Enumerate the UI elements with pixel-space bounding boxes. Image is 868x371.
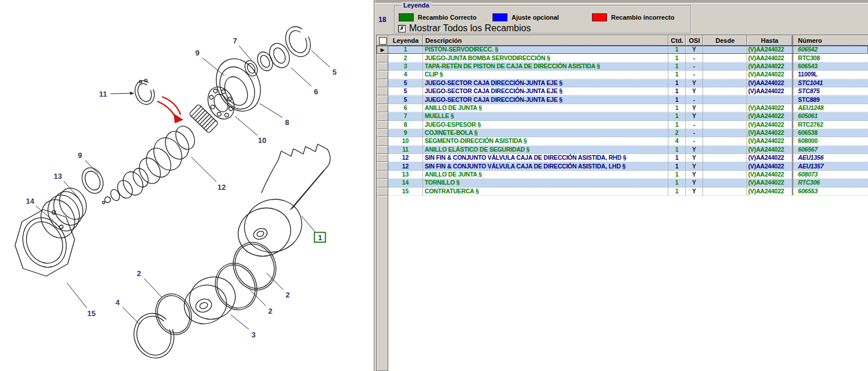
table-row[interactable]: 10SEGMENTO-DIRECCIÓN ASISTIDA §4-(V)AA24… xyxy=(377,137,868,145)
row-selector[interactable] xyxy=(377,188,388,196)
diagram-callout-9[interactable]: 9 xyxy=(78,152,82,159)
diagram-callout-7[interactable]: 7 xyxy=(233,37,237,45)
row-selector[interactable] xyxy=(377,179,388,187)
legend-label: Recambio incorrecto xyxy=(611,14,674,21)
row-selector[interactable] xyxy=(377,146,388,154)
panel-divider[interactable] xyxy=(374,0,374,371)
cell-desc: JUEGO-SECTOR CAJA DIRECCIÓN-JUNTA EJE § xyxy=(423,87,668,95)
row-selector[interactable] xyxy=(377,129,388,137)
cell-num: 608073 xyxy=(792,171,868,179)
cell-osi: Y xyxy=(686,162,703,170)
table-row[interactable]: 14TORNILLO §1Y(V)AA244022RTC306 xyxy=(377,179,868,187)
checkbox-label: Mostrar Todos los Recambios xyxy=(409,23,531,34)
row-selector[interactable] xyxy=(377,104,388,112)
row-selector[interactable] xyxy=(377,95,388,104)
table-row[interactable]: 15CONTRATUERCA §1Y(V)AA244022606553 xyxy=(377,188,868,196)
table-row[interactable]: 5JUEGO-SECTOR CAJA DIRECCIÓN-JUNTA EJE §… xyxy=(377,95,868,104)
red-swatch-icon xyxy=(592,13,607,21)
cell-ctd: 4 xyxy=(668,137,686,145)
cell-ctd: 1 xyxy=(668,63,686,71)
selected-row-arrow-icon: ▶ xyxy=(381,47,385,53)
cell-ctd: 1 xyxy=(668,112,686,120)
header-leyenda[interactable]: Leyenda xyxy=(388,35,423,46)
table-row[interactable]: 12SIN FIN & CONJUNTO VÁLVULA CAJA DE DIR… xyxy=(377,162,868,170)
row-selector[interactable] xyxy=(377,154,388,162)
diagram-callout-5[interactable]: 5 xyxy=(332,68,336,76)
cell-ley: 14 xyxy=(388,179,423,187)
table-row[interactable]: 13ANILLO DE JUNTA §1Y(V)AA244022608073 xyxy=(377,171,868,179)
diagram-callout-3[interactable]: 3 xyxy=(251,331,255,339)
table-row[interactable]: 8JUEGO-ESPESOR §1-(V)AA244022RTC2762 xyxy=(377,121,868,129)
diagram-callout-14[interactable]: 14 xyxy=(26,197,34,205)
row-selector[interactable] xyxy=(377,121,388,129)
cell-desc: CONTRATUERCA § xyxy=(423,188,668,196)
table-row[interactable]: ▶1PISTÓN-SERVODIRECC. §1Y(V)AA2440226065… xyxy=(377,46,868,54)
diagram-callout-11[interactable]: 11 xyxy=(99,90,107,98)
cell-desc: JUEGO-ESPESOR § xyxy=(423,121,668,129)
table-row[interactable]: 2JUEGO-JUNTA BOMBA SERVODIRECCIÓN §1-(V)… xyxy=(377,54,868,62)
table-row[interactable]: 4CLIP §1-(V)AA24402211009L xyxy=(377,71,868,79)
cell-ctd: 2 xyxy=(668,129,686,137)
header-osi[interactable]: OSI xyxy=(686,35,703,46)
cell-hasta: (V)AA244022 xyxy=(747,129,792,137)
table-row[interactable]: 5JUEGO-SECTOR CAJA DIRECCIÓN-JUNTA EJE §… xyxy=(377,79,868,87)
header-hasta[interactable]: Hasta xyxy=(747,35,792,46)
diagram-callout-2[interactable]: 2 xyxy=(285,291,289,299)
diagram-callout-8[interactable]: 8 xyxy=(285,119,289,126)
cell-desde xyxy=(703,54,747,62)
select-all-checkbox[interactable] xyxy=(379,37,387,45)
cell-num: AEU1357 xyxy=(792,162,868,170)
cell-ley: 5 xyxy=(388,79,423,87)
cell-osi: - xyxy=(686,121,703,129)
cell-ley: 8 xyxy=(388,121,423,129)
diagram-callout-13[interactable]: 13 xyxy=(54,172,62,180)
cell-ctd: 1 xyxy=(668,87,686,95)
diagram-callout-15[interactable]: 15 xyxy=(87,310,95,317)
row-selector[interactable]: ▶ xyxy=(377,46,388,54)
diagram-callout-2[interactable]: 2 xyxy=(268,307,272,315)
row-selector[interactable] xyxy=(377,54,388,62)
row-selector[interactable] xyxy=(377,162,388,170)
diagram-callout-1[interactable]: 1 xyxy=(314,232,326,243)
show-all-parts-checkbox[interactable]: ✗ xyxy=(398,25,406,32)
diagram-callout-2[interactable]: 2 xyxy=(137,270,141,277)
row-selector[interactable] xyxy=(377,137,388,145)
cell-osi: - xyxy=(686,54,703,62)
diagram-callout-9[interactable]: 9 xyxy=(195,49,199,57)
cell-num: RTC308 xyxy=(792,54,868,62)
table-row[interactable]: 6ANILLO DE JUNTA §1Y(V)AA244022AEU1248 xyxy=(377,104,868,112)
row-selector[interactable] xyxy=(377,87,388,95)
row-selector[interactable] xyxy=(377,63,388,71)
diagram-callout-4[interactable]: 4 xyxy=(115,299,119,306)
table-row[interactable]: 7MUELLE §1Y(V)AA244022605061 xyxy=(377,112,868,120)
diagram-callout-6[interactable]: 6 xyxy=(314,88,318,95)
cell-desc: ANILLO DE JUNTA § xyxy=(423,171,668,179)
cell-ctd: 1 xyxy=(668,71,686,79)
header-numero[interactable]: Número xyxy=(792,35,868,46)
row-selector[interactable] xyxy=(377,171,388,179)
cell-hasta xyxy=(747,95,792,104)
diagram-callout-10[interactable]: 10 xyxy=(258,137,266,144)
table-row[interactable]: 11ANILLO ELÁSTICO DE SEGURIDAD §1Y(V)AA2… xyxy=(377,146,868,154)
select-all-header-cell[interactable] xyxy=(377,35,388,46)
row-selector[interactable] xyxy=(377,112,388,120)
cell-ley: 4 xyxy=(388,71,423,79)
cell-desde xyxy=(703,63,747,71)
cell-osi: - xyxy=(686,95,703,104)
grid-empty-space xyxy=(388,196,868,371)
cell-ctd: 1 xyxy=(668,54,686,62)
header-descripcion[interactable]: Descripción xyxy=(423,35,668,46)
table-row[interactable]: 3TAPA-RETÉN DE PISTON DE CAJA DE DIRECCI… xyxy=(377,63,868,71)
header-ctd[interactable]: Ctd. xyxy=(668,35,686,46)
table-row[interactable]: 12SIN FIN & CONJUNTO VÁLVULA CAJA DE DIR… xyxy=(377,154,868,162)
parts-table-panel: 18 Leyenda Recambio Correcto Ajuste opci… xyxy=(375,0,868,371)
row-selector[interactable] xyxy=(377,79,388,87)
cell-desde xyxy=(703,95,747,104)
row-selector[interactable] xyxy=(377,71,388,79)
cell-ley: 3 xyxy=(388,63,423,71)
table-row[interactable]: 5JUEGO-SECTOR CAJA DIRECCIÓN-JUNTA EJE §… xyxy=(377,87,868,95)
cell-osi: Y xyxy=(686,146,703,154)
header-desde[interactable]: Desde xyxy=(703,35,747,46)
diagram-callout-12[interactable]: 12 xyxy=(218,183,226,191)
table-row[interactable]: 9COJINETE-BOLA §2-(V)AA244022606538 xyxy=(377,129,868,137)
